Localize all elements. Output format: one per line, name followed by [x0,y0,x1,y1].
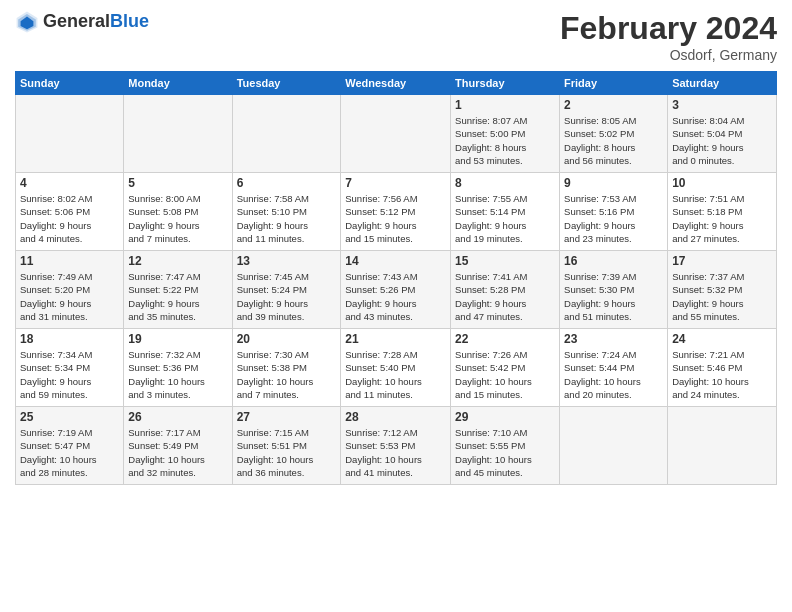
day-info: Sunrise: 8:04 AMSunset: 5:04 PMDaylight:… [672,114,772,167]
day-number: 15 [455,254,555,268]
day-number: 14 [345,254,446,268]
day-info: Sunrise: 7:26 AMSunset: 5:42 PMDaylight:… [455,348,555,401]
empty-day-cell [341,95,451,173]
weekday-header-friday: Friday [560,72,668,95]
day-info: Sunrise: 7:39 AMSunset: 5:30 PMDaylight:… [564,270,663,323]
day-info: Sunrise: 8:00 AMSunset: 5:08 PMDaylight:… [128,192,227,245]
calendar-day-25: 25Sunrise: 7:19 AMSunset: 5:47 PMDayligh… [16,407,124,485]
calendar-day-15: 15Sunrise: 7:41 AMSunset: 5:28 PMDayligh… [451,251,560,329]
day-info: Sunrise: 7:21 AMSunset: 5:46 PMDaylight:… [672,348,772,401]
calendar-day-9: 9Sunrise: 7:53 AMSunset: 5:16 PMDaylight… [560,173,668,251]
calendar-day-21: 21Sunrise: 7:28 AMSunset: 5:40 PMDayligh… [341,329,451,407]
day-number: 10 [672,176,772,190]
logo-general: General [43,11,110,31]
calendar-day-4: 4Sunrise: 8:02 AMSunset: 5:06 PMDaylight… [16,173,124,251]
day-info: Sunrise: 7:56 AMSunset: 5:12 PMDaylight:… [345,192,446,245]
calendar-week-4: 18Sunrise: 7:34 AMSunset: 5:34 PMDayligh… [16,329,777,407]
calendar-week-5: 25Sunrise: 7:19 AMSunset: 5:47 PMDayligh… [16,407,777,485]
day-info: Sunrise: 7:41 AMSunset: 5:28 PMDaylight:… [455,270,555,323]
day-info: Sunrise: 7:58 AMSunset: 5:10 PMDaylight:… [237,192,337,245]
day-number: 22 [455,332,555,346]
day-number: 11 [20,254,119,268]
calendar-day-27: 27Sunrise: 7:15 AMSunset: 5:51 PMDayligh… [232,407,341,485]
calendar-week-3: 11Sunrise: 7:49 AMSunset: 5:20 PMDayligh… [16,251,777,329]
empty-day-cell [124,95,232,173]
weekday-header-saturday: Saturday [668,72,777,95]
day-info: Sunrise: 7:49 AMSunset: 5:20 PMDaylight:… [20,270,119,323]
day-info: Sunrise: 7:55 AMSunset: 5:14 PMDaylight:… [455,192,555,245]
weekday-header-row: SundayMondayTuesdayWednesdayThursdayFrid… [16,72,777,95]
calendar-table: SundayMondayTuesdayWednesdayThursdayFrid… [15,71,777,485]
calendar-day-11: 11Sunrise: 7:49 AMSunset: 5:20 PMDayligh… [16,251,124,329]
day-info: Sunrise: 7:24 AMSunset: 5:44 PMDaylight:… [564,348,663,401]
title-block: February 2024 Osdorf, Germany [560,10,777,63]
day-number: 24 [672,332,772,346]
calendar-day-1: 1Sunrise: 8:07 AMSunset: 5:00 PMDaylight… [451,95,560,173]
day-info: Sunrise: 7:17 AMSunset: 5:49 PMDaylight:… [128,426,227,479]
empty-day-cell [560,407,668,485]
day-number: 27 [237,410,337,424]
weekday-header-wednesday: Wednesday [341,72,451,95]
weekday-header-sunday: Sunday [16,72,124,95]
day-number: 28 [345,410,446,424]
day-number: 25 [20,410,119,424]
calendar-day-2: 2Sunrise: 8:05 AMSunset: 5:02 PMDaylight… [560,95,668,173]
calendar-day-20: 20Sunrise: 7:30 AMSunset: 5:38 PMDayligh… [232,329,341,407]
calendar-week-1: 1Sunrise: 8:07 AMSunset: 5:00 PMDaylight… [16,95,777,173]
calendar-day-14: 14Sunrise: 7:43 AMSunset: 5:26 PMDayligh… [341,251,451,329]
logo: GeneralBlue [15,10,149,34]
day-number: 13 [237,254,337,268]
day-number: 21 [345,332,446,346]
day-info: Sunrise: 7:45 AMSunset: 5:24 PMDaylight:… [237,270,337,323]
day-info: Sunrise: 7:47 AMSunset: 5:22 PMDaylight:… [128,270,227,323]
day-info: Sunrise: 8:07 AMSunset: 5:00 PMDaylight:… [455,114,555,167]
day-info: Sunrise: 7:19 AMSunset: 5:47 PMDaylight:… [20,426,119,479]
day-number: 5 [128,176,227,190]
page-container: GeneralBlue February 2024 Osdorf, German… [0,0,792,490]
calendar-day-13: 13Sunrise: 7:45 AMSunset: 5:24 PMDayligh… [232,251,341,329]
calendar-day-26: 26Sunrise: 7:17 AMSunset: 5:49 PMDayligh… [124,407,232,485]
day-info: Sunrise: 7:32 AMSunset: 5:36 PMDaylight:… [128,348,227,401]
day-info: Sunrise: 7:15 AMSunset: 5:51 PMDaylight:… [237,426,337,479]
weekday-header-monday: Monday [124,72,232,95]
calendar-day-24: 24Sunrise: 7:21 AMSunset: 5:46 PMDayligh… [668,329,777,407]
calendar-day-28: 28Sunrise: 7:12 AMSunset: 5:53 PMDayligh… [341,407,451,485]
calendar-day-19: 19Sunrise: 7:32 AMSunset: 5:36 PMDayligh… [124,329,232,407]
calendar-day-17: 17Sunrise: 7:37 AMSunset: 5:32 PMDayligh… [668,251,777,329]
day-number: 2 [564,98,663,112]
calendar-day-22: 22Sunrise: 7:26 AMSunset: 5:42 PMDayligh… [451,329,560,407]
day-info: Sunrise: 7:51 AMSunset: 5:18 PMDaylight:… [672,192,772,245]
day-number: 1 [455,98,555,112]
day-number: 16 [564,254,663,268]
day-info: Sunrise: 7:37 AMSunset: 5:32 PMDaylight:… [672,270,772,323]
day-info: Sunrise: 7:12 AMSunset: 5:53 PMDaylight:… [345,426,446,479]
day-number: 26 [128,410,227,424]
location-subtitle: Osdorf, Germany [560,47,777,63]
day-number: 4 [20,176,119,190]
day-number: 3 [672,98,772,112]
day-number: 29 [455,410,555,424]
day-number: 23 [564,332,663,346]
logo-blue: Blue [110,11,149,31]
logo-icon [15,10,39,34]
day-number: 7 [345,176,446,190]
calendar-day-18: 18Sunrise: 7:34 AMSunset: 5:34 PMDayligh… [16,329,124,407]
empty-day-cell [668,407,777,485]
calendar-day-12: 12Sunrise: 7:47 AMSunset: 5:22 PMDayligh… [124,251,232,329]
day-number: 20 [237,332,337,346]
day-number: 18 [20,332,119,346]
weekday-header-thursday: Thursday [451,72,560,95]
calendar-day-29: 29Sunrise: 7:10 AMSunset: 5:55 PMDayligh… [451,407,560,485]
calendar-day-10: 10Sunrise: 7:51 AMSunset: 5:18 PMDayligh… [668,173,777,251]
empty-day-cell [232,95,341,173]
day-number: 17 [672,254,772,268]
day-number: 6 [237,176,337,190]
weekday-header-tuesday: Tuesday [232,72,341,95]
calendar-day-3: 3Sunrise: 8:04 AMSunset: 5:04 PMDaylight… [668,95,777,173]
calendar-day-23: 23Sunrise: 7:24 AMSunset: 5:44 PMDayligh… [560,329,668,407]
header: GeneralBlue February 2024 Osdorf, German… [15,10,777,63]
day-info: Sunrise: 7:43 AMSunset: 5:26 PMDaylight:… [345,270,446,323]
empty-day-cell [16,95,124,173]
day-info: Sunrise: 8:02 AMSunset: 5:06 PMDaylight:… [20,192,119,245]
day-info: Sunrise: 7:10 AMSunset: 5:55 PMDaylight:… [455,426,555,479]
